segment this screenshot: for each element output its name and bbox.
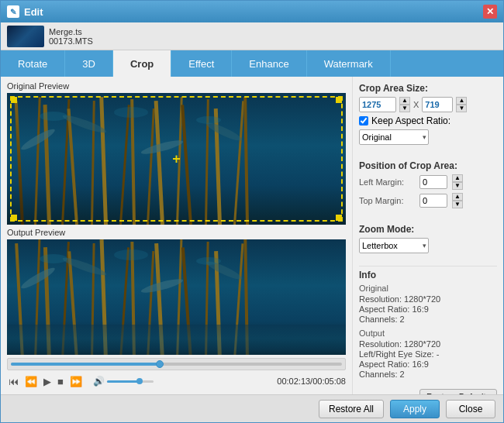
playback-bar[interactable] bbox=[7, 358, 346, 370]
svg-point-49 bbox=[196, 257, 221, 265]
svg-point-24 bbox=[196, 116, 221, 124]
top-margin-up[interactable]: ▲ bbox=[452, 193, 463, 201]
window-icon: ✎ bbox=[7, 5, 19, 18]
tab-watermark[interactable]: Watermark bbox=[307, 50, 391, 77]
top-margin-row: Top Margin: ▲ ▼ bbox=[359, 193, 497, 208]
info-title: Info bbox=[359, 270, 497, 280]
time-display: 00:02:13/00:05:08 bbox=[277, 377, 346, 386]
left-margin-up[interactable]: ▲ bbox=[452, 174, 463, 182]
restore-defaults-button[interactable]: Restore Defaults bbox=[419, 389, 497, 394]
tab-3d[interactable]: 3D bbox=[65, 50, 113, 77]
crop-position-section: Position of Crop Area: Left Margin: ▲ ▼ … bbox=[359, 160, 497, 212]
keep-aspect-label: Keep Aspect Ratio: bbox=[371, 115, 450, 126]
close-dialog-button[interactable]: Close bbox=[446, 400, 495, 418]
content-area: Original Preview bbox=[1, 77, 503, 394]
out-aspect: Aspect Ratio: 16:9 bbox=[359, 359, 497, 369]
out-resolution: Resolution: 1280*720 bbox=[359, 339, 497, 349]
crop-height-down[interactable]: ▼ bbox=[456, 105, 467, 112]
restore-all-button[interactable]: Restore All bbox=[319, 400, 384, 418]
title-bar: ✎ Edit ✕ bbox=[1, 1, 503, 22]
progress-track[interactable] bbox=[11, 363, 342, 366]
output-info-label: Output bbox=[359, 328, 497, 338]
zoom-mode-section: Zoom Mode: Letterbox Pan&Scan Full bbox=[359, 224, 497, 253]
crop-height-spinner: ▲ ▼ bbox=[456, 97, 467, 112]
crop-width-down[interactable]: ▼ bbox=[399, 105, 410, 112]
zoom-mode-title: Zoom Mode: bbox=[359, 224, 497, 235]
left-panel: Original Preview bbox=[1, 77, 352, 394]
output-preview bbox=[7, 239, 346, 355]
aspect-select-wrap: Original 16:9 4:3 1:1 bbox=[359, 129, 429, 145]
left-margin-row: Left Margin: ▲ ▼ bbox=[359, 174, 497, 190]
crop-width-up[interactable]: ▲ bbox=[399, 97, 410, 105]
x-separator: X bbox=[413, 100, 419, 109]
volume-section: 🔊 bbox=[93, 376, 154, 387]
step-forward-button[interactable]: ⏩ bbox=[68, 376, 84, 387]
zoom-dropdown[interactable]: Letterbox Pan&Scan Full bbox=[359, 238, 429, 253]
crop-height-input[interactable] bbox=[422, 97, 453, 112]
apply-button[interactable]: Apply bbox=[390, 400, 440, 418]
info-section: Info Original Resolution: 1280*720 Aspec… bbox=[359, 266, 497, 380]
play-button[interactable]: ▶ bbox=[42, 376, 53, 387]
top-margin-label: Top Margin: bbox=[359, 196, 415, 205]
crop-position-title: Position of Crop Area: bbox=[359, 160, 497, 171]
svg-point-48 bbox=[114, 249, 148, 260]
window-title: Edit bbox=[24, 6, 483, 18]
crop-size-title: Crop Area Size: bbox=[359, 83, 497, 94]
top-margin-spinner: ▲ ▼ bbox=[452, 193, 463, 208]
tab-effect[interactable]: Effect bbox=[171, 50, 232, 77]
aspect-dropdown-row: Original 16:9 4:3 1:1 bbox=[359, 129, 497, 145]
keep-aspect-row: Keep Aspect Ratio: bbox=[359, 115, 497, 126]
out-channels: Channels: 2 bbox=[359, 370, 497, 379]
tab-crop[interactable]: Crop bbox=[113, 50, 171, 77]
original-info-label: Original bbox=[359, 284, 497, 293]
volume-thumb[interactable] bbox=[136, 378, 143, 384]
keep-aspect-checkbox[interactable] bbox=[359, 116, 368, 126]
bottom-bar: Restore All Apply Close bbox=[1, 394, 503, 422]
crop-width-spinner: ▲ ▼ bbox=[399, 97, 410, 112]
svg-point-23 bbox=[114, 107, 148, 118]
crop-size-row: ▲ ▼ X ▲ ▼ bbox=[359, 97, 497, 112]
crop-width-input[interactable] bbox=[359, 97, 396, 112]
crop-height-up[interactable]: ▲ bbox=[456, 97, 467, 105]
volume-fill bbox=[107, 380, 140, 383]
file-thumbnail bbox=[7, 26, 44, 47]
tab-rotate[interactable]: Rotate bbox=[1, 50, 65, 77]
orig-aspect: Aspect Ratio: 16:9 bbox=[359, 304, 497, 314]
left-margin-input[interactable] bbox=[419, 175, 447, 189]
stop-button[interactable]: ■ bbox=[56, 376, 65, 387]
original-preview: + bbox=[7, 93, 346, 225]
volume-track[interactable] bbox=[107, 380, 154, 383]
file-name-2: 00173.MTS bbox=[49, 36, 93, 46]
right-panel: Crop Area Size: ▲ ▼ X ▲ ▼ bbox=[352, 77, 503, 394]
edit-window: ✎ Edit ✕ Merge.ts 00173.MTS Rotate 3D Cr… bbox=[0, 0, 504, 423]
progress-thumb[interactable] bbox=[156, 360, 164, 368]
tab-enhance[interactable]: Enhance bbox=[232, 50, 306, 77]
file-name-1: Merge.ts bbox=[49, 27, 93, 36]
close-button[interactable]: ✕ bbox=[483, 5, 497, 19]
volume-icon: 🔊 bbox=[93, 376, 105, 387]
step-back-button[interactable]: ⏪ bbox=[23, 376, 39, 387]
orig-channels: Channels: 2 bbox=[359, 315, 497, 324]
original-preview-label: Original Preview bbox=[7, 81, 346, 91]
progress-fill bbox=[11, 363, 160, 366]
svg-point-47 bbox=[40, 254, 67, 263]
controls-bar: ⏮ ⏪ ▶ ■ ⏩ 🔊 00:02:13/00:05:08 bbox=[7, 373, 346, 390]
crop-area-size-section: Crop Area Size: ▲ ▼ X ▲ ▼ bbox=[359, 83, 497, 148]
top-margin-input[interactable] bbox=[419, 194, 447, 208]
top-margin-down[interactable]: ▼ bbox=[452, 201, 463, 208]
svg-rect-50 bbox=[7, 325, 346, 355]
skip-start-button[interactable]: ⏮ bbox=[7, 376, 20, 387]
zoom-select-wrap: Letterbox Pan&Scan Full bbox=[359, 238, 429, 253]
left-margin-label: Left Margin: bbox=[359, 177, 415, 187]
tabs-bar: Rotate 3D Crop Effect Enhance Watermark bbox=[1, 50, 503, 77]
file-bar: Merge.ts 00173.MTS bbox=[1, 22, 503, 50]
left-margin-down[interactable]: ▼ bbox=[452, 182, 463, 190]
original-video-scene: + bbox=[7, 93, 346, 225]
svg-point-22 bbox=[40, 112, 67, 121]
orig-resolution: Resolution: 1280*720 bbox=[359, 294, 497, 304]
output-preview-label: Output Preview bbox=[7, 228, 346, 237]
out-eye-size: Left/Right Eye Size: - bbox=[359, 349, 497, 359]
aspect-dropdown[interactable]: Original 16:9 4:3 1:1 bbox=[359, 129, 429, 145]
left-margin-spinner: ▲ ▼ bbox=[452, 174, 463, 190]
